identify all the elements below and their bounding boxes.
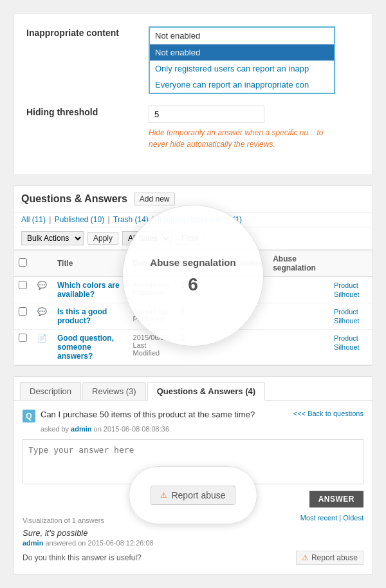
answer-date: answered on 2015-06-08 12:26:08 [45,539,153,547]
bulk-actions-select[interactable]: Bulk Actions [21,231,84,245]
col-product-header [329,251,372,277]
bubble-icon: 📄 [37,334,47,343]
inappropriate-content-row: Inappropriate content Not enabled Not en… [26,26,360,94]
status-3: Last Modified [133,341,170,357]
answer-text: Sure, it's possible [23,528,363,538]
back-to-questions[interactable]: <<< Back to questions [293,410,363,417]
dropdown-current[interactable]: Not enabled [150,28,334,44]
row-checkbox[interactable] [19,281,27,289]
question-title-2[interactable]: Is this a good product? [57,307,107,325]
add-new-button[interactable]: Add new [134,193,176,205]
frontend-panel: Description Reviews (3) Questions & Answ… [13,376,373,574]
col-abuse-header: Abuse segnalation [268,251,329,277]
useful-row: Do you think this answer is useful? ⚠ Re… [23,551,363,565]
product-2[interactable]: Product Silhouet [334,308,360,325]
inappropriate-control: Not enabled Not enabled Only registered … [149,26,360,94]
visualization-text: Visualization of 1 answers [23,517,104,524]
question-badge: Q [23,410,35,422]
filter-all[interactable]: All (11) [21,215,46,224]
asked-by-user: admin [71,425,91,433]
col-title-header: Title [52,251,128,277]
threshold-input[interactable] [149,106,264,123]
option-everyone[interactable]: Everyone can report an inappropriate con [150,77,334,93]
product-3[interactable]: Product Silhouet [334,334,360,351]
admin-panel: Questions & Answers Add new All (11) | P… [13,185,373,366]
useful-text: Do you think this answer is useful? [23,553,142,562]
filter-published[interactable]: Published (10) [55,215,104,224]
option-not-enabled[interactable]: Not enabled [150,44,334,61]
inappropriate-label: Inappropriate content [26,26,149,38]
tooltip-number: 6 [188,274,198,295]
row-checkbox[interactable] [19,334,27,342]
question-text: Can I purchase 50 items of this product … [41,410,255,419]
bubble-icon: 💬 [37,307,47,316]
asked-by: asked by admin on 2015-06-08 08:08:36 [41,425,363,433]
report-abuse-button-2[interactable]: ⚠ Report abuse [296,551,363,565]
report-abuse-button-large[interactable]: ⚠ Report abuse [151,486,235,505]
abuse-tooltip: Abuse segnalation 6 [122,205,264,346]
question-title-1[interactable]: Which colors are available? [57,281,120,299]
threshold-control: Hide temporarily an answer when a specif… [149,106,360,150]
filter-trash[interactable]: Trash (14) [113,215,149,224]
sort-links[interactable]: Most recent | Oldest [300,514,363,522]
answer-content: Sure, it's possible admin answered on 20… [23,528,363,565]
answer-meta: admin answered on 2015-06-08 12:26:08 [23,539,363,547]
tab-description[interactable]: Description [20,382,81,400]
question-header: Q Can I purchase 50 items of this produc… [23,410,363,422]
apply-button[interactable]: Apply [87,232,118,245]
product-1[interactable]: Product Silhouet [334,281,360,298]
admin-title: Questions & Answers [21,193,127,205]
report-abuse-label-large: Report abuse [171,490,225,500]
question-box: Q Can I purchase 50 items of this produc… [23,410,363,433]
warning-icon-large: ⚠ [160,491,167,500]
asked-by-date: on 2015-06-08 08:08:36 [94,425,169,433]
threshold-label: Hiding threshold [26,106,149,117]
settings-panel: Inappropriate content Not enabled Not en… [13,13,373,175]
tab-reviews[interactable]: Reviews (3) [82,382,146,400]
report-abuse-label-2: Report abuse [311,553,358,562]
answer-user: admin [23,539,43,547]
tab-qa[interactable]: Questions & Answers (4) [147,382,265,401]
col-checkbox [14,251,32,277]
bubble-icon: 💬 [37,281,47,290]
threshold-help: Hide temporarily an answer when a specif… [149,127,335,150]
tooltip-title: Abuse segnalation [150,257,235,268]
tabs-bar: Description Reviews (3) Questions & Answ… [14,377,372,401]
option-registered[interactable]: Only registered users can report an inap… [150,61,334,77]
row-checkbox[interactable] [19,307,27,316]
threshold-row: Hiding threshold Hide temporarily an ans… [26,106,360,150]
select-all-checkbox[interactable] [19,258,27,267]
dropdown-container[interactable]: Not enabled Not enabled Only registered … [149,26,335,94]
answer-button[interactable]: ANSWER [309,491,363,507]
question-title-3[interactable]: Good question, someone answers? [57,334,114,361]
warning-icon: ⚠ [302,553,309,562]
report-abuse-tooltip: ⚠ Report abuse [129,466,257,524]
